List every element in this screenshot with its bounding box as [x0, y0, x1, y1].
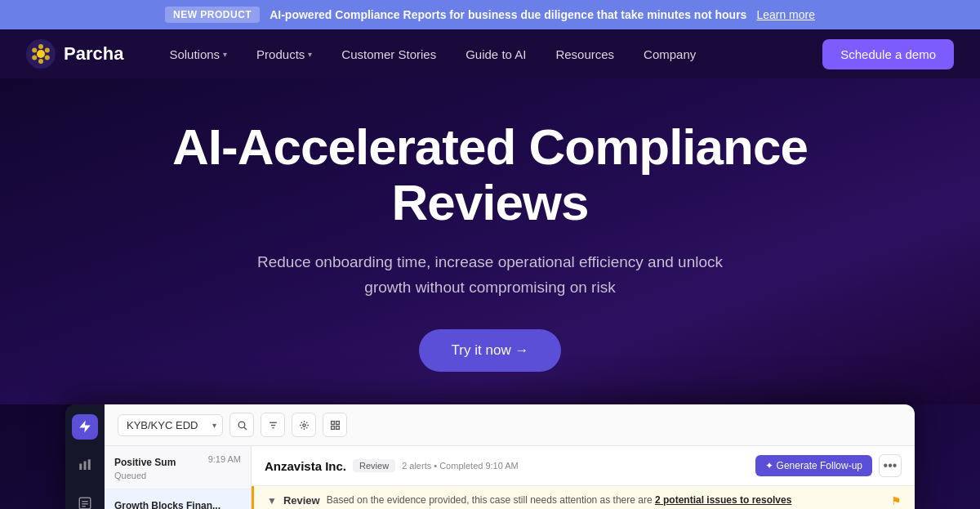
sidebar-icon-list[interactable]	[72, 491, 98, 510]
svg-rect-24	[336, 426, 339, 429]
review-text: Based on the evidence provided, this cas…	[327, 494, 884, 506]
filter-icon	[268, 420, 278, 431]
svg-point-6	[32, 56, 37, 60]
nav-links: Solutions ▾ Products ▾ Customer Stories …	[156, 41, 822, 68]
svg-point-5	[38, 59, 43, 64]
app-sidebar	[65, 404, 105, 509]
logo-text: Parcha	[64, 43, 123, 65]
sidebar-icon-chart[interactable]	[72, 453, 98, 478]
detail-company-name: Anzavista Inc.	[265, 459, 346, 473]
list-icon	[78, 496, 92, 509]
content-area: Positive Sum 9:19 AM Queued Growth Block…	[105, 446, 915, 509]
more-options-button[interactable]: •••	[879, 454, 902, 477]
nav-guide[interactable]: Guide to AI	[452, 41, 539, 68]
banner-message: AI-powered Compliance Reports for busine…	[270, 8, 746, 21]
svg-point-4	[45, 56, 50, 60]
lightning-icon	[78, 419, 92, 434]
logo-icon	[26, 39, 56, 69]
app-preview: KYB/KYC EDD AML Screening KYC Individual…	[0, 404, 980, 509]
app-toolbar: KYB/KYC EDD AML Screening KYC Individual…	[105, 404, 915, 446]
detail-review-badge: Review	[353, 459, 395, 472]
svg-point-15	[238, 422, 245, 428]
sidebar-icon-lightning[interactable]	[72, 414, 98, 440]
svg-rect-9	[84, 462, 87, 471]
app-window: KYB/KYC EDD AML Screening KYC Individual…	[65, 404, 915, 509]
list-item-name: Positive Sum	[114, 457, 176, 468]
detail-actions: ✦ Generate Follow-up •••	[755, 454, 902, 477]
grid-icon	[330, 420, 341, 431]
svg-point-7	[32, 48, 37, 53]
top-banner: NEW PRODUCT AI-powered Compliance Report…	[0, 0, 980, 29]
svg-rect-8	[79, 464, 82, 471]
logo[interactable]: Parcha	[26, 39, 123, 69]
nav-customer-stories[interactable]: Customer Stories	[328, 41, 449, 68]
svg-point-3	[45, 48, 50, 53]
products-chevron-icon: ▾	[308, 50, 312, 59]
detail-header: Anzavista Inc. Review 2 alerts • Complet…	[252, 446, 915, 486]
nav-resources[interactable]: Resources	[542, 41, 627, 68]
nav-company[interactable]: Company	[630, 41, 709, 68]
svg-point-1	[37, 50, 45, 58]
chevron-down-icon: ▼	[267, 495, 277, 507]
list-item-name: Growth Blocks Finan...	[114, 500, 220, 509]
list-item-time: 9:19 AM	[208, 454, 241, 464]
app-main: KYB/KYC EDD AML Screening KYC Individual…	[105, 404, 915, 509]
svg-point-2	[38, 44, 43, 49]
kyb-select[interactable]: KYB/KYC EDD AML Screening KYC Individual	[118, 414, 223, 436]
generate-followup-button[interactable]: ✦ Generate Follow-up	[755, 455, 872, 476]
list-item[interactable]: Growth Blocks Finan... 9:19 AM In Progre…	[105, 489, 251, 509]
chart-icon	[78, 458, 92, 472]
sparkle-icon: ✦	[765, 460, 773, 471]
detail-alerts: 2 alerts • Completed 9:10 AM	[402, 461, 519, 471]
flag-icon: ⚑	[891, 494, 902, 507]
list-item[interactable]: Positive Sum 9:19 AM Queued	[105, 446, 251, 489]
review-row: ▼ Review Based on the evidence provided,…	[252, 486, 915, 509]
svg-rect-10	[88, 459, 91, 470]
new-product-badge: NEW PRODUCT	[165, 7, 260, 23]
nav-products[interactable]: Products ▾	[243, 41, 325, 68]
review-label: Review	[283, 494, 320, 507]
svg-rect-22	[336, 421, 339, 424]
hero-cta-button[interactable]: Try it now →	[419, 329, 562, 372]
schedule-demo-button[interactable]: Schedule a demo	[822, 39, 954, 69]
settings-icon	[299, 420, 310, 431]
svg-rect-23	[331, 426, 334, 429]
svg-rect-21	[331, 421, 334, 424]
hero-section: AI-Accelerated Compliance Reviews Reduce…	[0, 78, 980, 404]
detail-panel: Anzavista Inc. Review 2 alerts • Complet…	[252, 446, 915, 509]
nav-solutions[interactable]: Solutions ▾	[156, 41, 240, 68]
solutions-chevron-icon: ▾	[223, 50, 227, 59]
list-panel: Positive Sum 9:19 AM Queued Growth Block…	[105, 446, 252, 509]
svg-point-20	[302, 424, 305, 426]
settings-button[interactable]	[292, 413, 316, 437]
grid-button[interactable]	[323, 413, 347, 437]
hero-title: AI-Accelerated Compliance Reviews	[122, 119, 858, 230]
hero-subtitle: Reduce onboarding time, increase operati…	[245, 250, 735, 300]
list-item-status-queued: Queued	[114, 471, 241, 480]
learn-more-link[interactable]: Learn more	[756, 8, 815, 21]
kyb-select-wrap: KYB/KYC EDD AML Screening KYC Individual…	[118, 414, 223, 436]
search-button[interactable]	[229, 413, 254, 437]
navbar: Parcha Solutions ▾ Products ▾ Customer S…	[0, 29, 980, 78]
search-icon	[237, 420, 247, 431]
filter-button[interactable]	[261, 413, 285, 437]
svg-line-16	[243, 427, 246, 430]
